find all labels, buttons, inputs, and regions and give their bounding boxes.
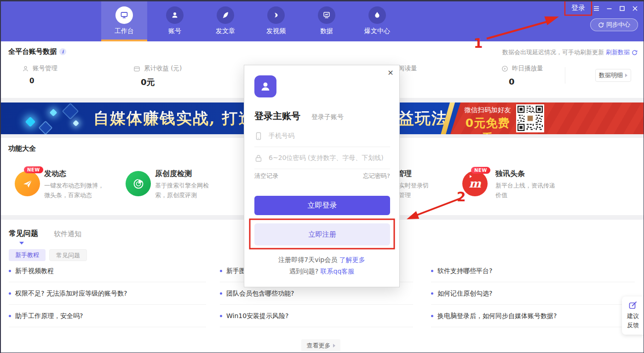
main-nav: 工作台 账号 发文章 发视频 [101, 0, 405, 41]
play-circle-icon [501, 65, 508, 72]
stats-title: 全平台账号数据 i [8, 47, 66, 56]
user-outline-icon [22, 65, 29, 72]
banner-decoration [38, 120, 52, 134]
qr-code [516, 104, 544, 132]
promo-line: 注册即得7天vip会员 了解更多 [244, 256, 399, 264]
data-detail-button[interactable]: 数据明细 [595, 69, 631, 82]
flame-icon [368, 6, 386, 24]
learn-more-link[interactable]: 了解更多 [339, 256, 365, 263]
income-icon [133, 65, 140, 72]
feather-icon [217, 6, 234, 24]
tab-label: 爆文中心 [364, 27, 390, 35]
tab-hot-articles[interactable]: 爆文中心 [354, 0, 400, 41]
stat-play-count: 昨日播放量 0 [501, 64, 543, 86]
caret-right-icon [625, 74, 627, 77]
password-placeholder: 6~20位密码 (支持数字、字母、下划线) [269, 154, 384, 162]
close-icon[interactable] [632, 5, 638, 12]
feedback-button[interactable]: 建议 反馈 [622, 296, 644, 335]
menu-icon[interactable] [593, 5, 600, 12]
faq-item[interactable]: 权限不足? 无法添加对应等级的账号数? [9, 282, 206, 305]
feature-title[interactable]: 独讯头条 [495, 169, 525, 179]
originality-check-icon[interactable] [126, 171, 151, 196]
phone-input[interactable]: 手机号码 [254, 125, 390, 147]
tab-login-main-account[interactable]: 登录主账号 [254, 110, 300, 122]
lock-icon [254, 154, 263, 162]
faq-item[interactable]: 软件支持哪些平台? [431, 260, 635, 282]
duxun-logo: m [469, 177, 481, 190]
refresh-note: 数据会出现延迟情况，可手动刷新更新 刷新数据 [502, 48, 638, 57]
phone-icon [254, 132, 263, 140]
paper-plane-icon[interactable] [15, 171, 40, 196]
tab-label: 账号 [168, 27, 181, 35]
info-icon[interactable]: i [59, 48, 66, 55]
banner-decoration [25, 117, 36, 127]
tab-software-notice[interactable]: 软件通知 [54, 230, 81, 239]
refresh-icon [598, 22, 604, 28]
feature-title[interactable]: 原创度检测 [155, 169, 192, 179]
refresh-icon [632, 50, 638, 56]
feature-desc: 基于搜索引擎全网检索，原创度评测 [155, 181, 217, 200]
faq-column: 新手视频教程 权限不足? 无法添加对应等级的账号数? 助手工作原理，安全吗? [9, 260, 206, 327]
login-button[interactable]: 登录 [565, 1, 592, 15]
tab-label: 数据 [320, 27, 333, 35]
tab-login-sub-account[interactable]: 登录子账号 [311, 113, 344, 121]
stat-account-manage: 账号管理 0 [22, 64, 58, 85]
tab-publish-video[interactable]: 发视频 [253, 0, 299, 41]
new-badge: NEW [24, 166, 43, 173]
new-badge: NEW [471, 167, 490, 174]
feedback-label-line2: 反馈 [622, 321, 644, 330]
window-controls [593, 5, 638, 12]
faq-item[interactable]: 换电脑登录后，如何同步自媒体账号数据? [431, 305, 635, 327]
stat-value: 0元 [141, 77, 182, 88]
feature-title[interactable]: 发动态 [44, 169, 66, 179]
modal-tabs: 登录主账号 登录子账号 [254, 110, 344, 122]
workbench-monitor-icon [115, 6, 133, 24]
sync-center-button[interactable]: 同步中心 [590, 18, 638, 31]
banner-decoration [73, 120, 79, 126]
help-line: 遇到问题? 联系qq客服 [244, 268, 399, 276]
avatar-icon [254, 75, 276, 97]
stat-value: 0 [29, 77, 58, 85]
tab-label: 发视频 [266, 27, 286, 35]
maximize-icon[interactable] [619, 5, 626, 12]
tab-workbench[interactable]: 工作台 [101, 0, 147, 41]
modal-options-row: 清空记录 忘记密码? [254, 172, 390, 180]
tab-faq[interactable]: 常见问题 [9, 229, 38, 239]
banner-decoration [62, 103, 79, 120]
app-window: 工作台 账号 发文章 发视频 [0, 0, 644, 353]
view-more-button[interactable]: 查看更多 [301, 339, 340, 352]
tab-label: 工作台 [115, 27, 134, 35]
faq-item[interactable]: 助手工作原理，安全吗? [9, 305, 206, 327]
banner-decoration [50, 109, 58, 117]
stat-value: 0 [509, 77, 543, 86]
register-now-button[interactable]: 立即注册 [254, 223, 390, 245]
faq-column: 软件支持哪些平台? 如何记住原创勾选? 换电脑登录后，如何同步自媒体账号数据? [431, 260, 635, 327]
tab-data[interactable]: 数据 [304, 0, 350, 41]
wechat-promo: 微信扫码加好友 0元免费看 [462, 106, 513, 134]
minimize-icon[interactable] [606, 5, 613, 12]
stat-total-income: 累计收益 (元) 0元 [133, 64, 182, 88]
banner-headline-right: 益玩法 [398, 102, 448, 134]
phone-placeholder: 手机号码 [269, 132, 294, 140]
edit-pen-icon [628, 301, 638, 310]
tab-label: 发文章 [216, 27, 235, 35]
chart-icon [318, 6, 335, 24]
close-icon[interactable]: ✕ [386, 68, 395, 78]
faq-item[interactable]: 如何记住原创勾选? [431, 282, 635, 305]
features-title: 功能大全 [8, 144, 36, 153]
contact-qq-link[interactable]: 联系qq客服 [321, 268, 355, 275]
faq-item[interactable]: Win10安装提示风险? [220, 305, 413, 327]
header: 工作台 账号 发文章 发视频 [0, 0, 644, 41]
tab-publish-article[interactable]: 发文章 [202, 0, 248, 41]
login-now-button[interactable]: 立即登录 [254, 196, 390, 215]
password-input[interactable]: 6~20位密码 (支持数字、字母、下划线) [254, 147, 390, 169]
caret-down-icon [19, 242, 24, 245]
clear-records-link[interactable]: 清空记录 [254, 172, 278, 180]
faq-item[interactable]: 新手视频教程 [9, 260, 206, 282]
refresh-data-link[interactable]: 刷新数据 [606, 48, 630, 57]
tab-accounts[interactable]: 账号 [152, 0, 198, 41]
login-modal: ✕ 登录主账号 登录子账号 手机号码 6~20位密码 (支持数字、字母、下划线)… [244, 65, 400, 287]
refresh-note-text: 数据会出现延迟情况，可手动刷新更新 [502, 48, 604, 57]
forgot-password-link[interactable]: 忘记密码? [363, 172, 390, 180]
duxun-toutiao-icon[interactable]: m [462, 171, 488, 196]
